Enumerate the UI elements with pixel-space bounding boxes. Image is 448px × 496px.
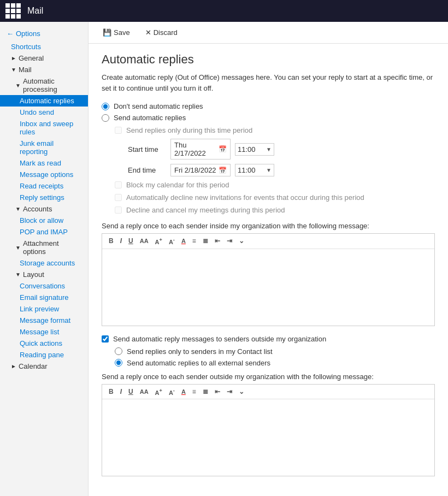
chevron-right-icon: ► — [11, 55, 16, 61]
sidebar-item-quick-actions[interactable]: Quick actions — [0, 338, 88, 349]
indent-inc-btn-outside[interactable]: ⇥ — [225, 387, 234, 397]
font-shrink-btn-inside[interactable]: A- — [167, 236, 177, 246]
sidebar-item-general[interactable]: ► General — [0, 52, 88, 64]
decline-cancel-option[interactable]: Decline and cancel my meetings during th… — [115, 206, 435, 214]
italic-btn-inside[interactable]: I — [118, 236, 124, 246]
sidebar-item-attachment-options[interactable]: ▼ Attachment options — [0, 238, 88, 257]
save-button[interactable]: 💾 Save — [99, 26, 133, 39]
sidebar-item-message-format[interactable]: Message format — [0, 315, 88, 326]
radio-no-reply[interactable]: Don't send automatic replies — [102, 102, 435, 110]
radio-all-external[interactable]: Send automatic replies to all external s… — [115, 359, 435, 367]
chevron-down-icon-4: ▼ — [15, 245, 21, 251]
chevron-down-icon-2: ▼ — [15, 82, 21, 88]
sidebar-item-junk-email[interactable]: Junk email reporting — [0, 138, 88, 157]
sidebar-item-layout[interactable]: ▼ Layout — [0, 269, 88, 280]
font-grow-btn-outside[interactable]: A+ — [153, 387, 164, 397]
app-title: Mail — [27, 6, 43, 16]
sidebar-item-read-receipts[interactable]: Read receipts — [0, 180, 88, 192]
more-btn-outside[interactable]: ⌄ — [237, 387, 246, 397]
radio-send-reply[interactable]: Send automatic replies — [102, 114, 435, 122]
send-outside-checkbox[interactable] — [102, 335, 109, 343]
decline-new-label: Automatically decline new invitations fo… — [126, 193, 364, 202]
end-time-label: End time — [128, 166, 166, 174]
sidebar-item-calendar[interactable]: ► Calendar — [0, 361, 88, 372]
radio-contact-list[interactable]: Send replies only to senders in my Conta… — [115, 347, 435, 356]
bold-btn-outside[interactable]: B — [107, 387, 116, 397]
sidebar-item-conversations[interactable]: Conversations — [0, 280, 88, 292]
sidebar-item-reading-pane[interactable]: Reading pane — [0, 349, 88, 361]
send-outside-option[interactable]: Send automatic reply messages to senders… — [102, 335, 435, 343]
outside-org-body[interactable] — [102, 399, 434, 476]
decline-new-option[interactable]: Automatically decline new invitations fo… — [115, 193, 435, 202]
font-size-btn-outside[interactable]: AA — [138, 387, 151, 396]
calendar-icon-2: 📅 — [219, 167, 227, 174]
sidebar-item-accounts[interactable]: ▼ Accounts — [0, 203, 88, 215]
sidebar-item-message-options[interactable]: Message options — [0, 169, 88, 180]
sidebar-back[interactable]: ← Options — [0, 26, 88, 41]
sidebar-item-message-list[interactable]: Message list — [0, 326, 88, 338]
sidebar-item-shortcuts[interactable]: Shortcuts — [0, 41, 88, 52]
indent-dec-btn-outside[interactable]: ⇤ — [213, 387, 222, 397]
underline-btn-inside[interactable]: U — [126, 236, 135, 246]
discard-icon: ✕ — [145, 28, 151, 37]
start-time-row: Start time Thu 2/17/2022 📅 11:00 ▼ — [126, 139, 435, 160]
main-content: 💾 Save ✕ Discard Automatic replies Creat… — [89, 22, 448, 496]
chevron-right-icon-2: ► — [11, 363, 16, 369]
font-shrink-btn-outside[interactable]: A- — [167, 387, 177, 397]
indent-dec-btn-inside[interactable]: ⇤ — [213, 236, 222, 246]
font-color-btn-inside[interactable]: A — [179, 237, 188, 245]
radio-send-reply-input[interactable] — [102, 114, 109, 122]
sidebar-item-email-signature[interactable]: Email signature — [0, 292, 88, 303]
sidebar-item-block-allow[interactable]: Block or allow — [0, 215, 88, 226]
sidebar-item-automatic-replies[interactable]: Automatic replies — [0, 95, 88, 107]
font-grow-btn-inside[interactable]: A+ — [153, 236, 164, 246]
inside-org-body[interactable] — [102, 249, 434, 326]
block-calendar-option[interactable]: Block my calendar for this period — [115, 181, 435, 189]
datetime-section: Start time Thu 2/17/2022 📅 11:00 ▼ End t… — [115, 139, 435, 176]
sidebar-item-reply-settings[interactable]: Reply settings — [0, 192, 88, 203]
end-date-input[interactable]: Fri 2/18/2022 📅 — [170, 164, 231, 176]
font-size-btn-inside[interactable]: AA — [138, 237, 151, 245]
sidebar-item-pop-imap[interactable]: POP and IMAP — [0, 226, 88, 238]
radio-all-external-input[interactable] — [115, 359, 122, 367]
send-only-during-option[interactable]: Send replies only during this time perio… — [115, 126, 435, 134]
bold-btn-inside[interactable]: B — [107, 236, 116, 246]
sidebar-item-undo-send[interactable]: Undo send — [0, 107, 88, 118]
start-time-select[interactable]: 11:00 ▼ — [235, 143, 274, 156]
page-title: Automatic replies — [102, 52, 435, 67]
end-time-select[interactable]: 11:00 ▼ — [235, 164, 274, 176]
bullet-btn-inside[interactable]: ≡ — [190, 236, 198, 246]
inside-org-label: Send a reply once to each sender inside … — [102, 222, 435, 230]
italic-btn-outside[interactable]: I — [118, 387, 124, 397]
inside-org-composer: B I U AA A+ A- A ≡ ≣ ⇤ ⇥ ⌄ — [102, 233, 435, 326]
outside-org-label: Send a reply once to each sender outside… — [102, 373, 435, 381]
calendar-icon: 📅 — [219, 145, 227, 153]
block-calendar-checkbox[interactable] — [115, 181, 122, 188]
app-grid-icon[interactable] — [5, 3, 21, 19]
font-color-btn-outside[interactable]: A — [179, 387, 188, 396]
chevron-down-icon-5: ▼ — [15, 271, 21, 277]
send-only-during-checkbox[interactable] — [115, 127, 122, 134]
start-date-input[interactable]: Thu 2/17/2022 📅 — [170, 139, 231, 160]
sidebar-item-automatic-processing[interactable]: ▼ Automatic processing — [0, 75, 88, 95]
sidebar-item-inbox-sweep[interactable]: Inbox and sweep rules — [0, 118, 88, 138]
bullet-btn-outside[interactable]: ≡ — [190, 387, 198, 397]
number-btn-outside[interactable]: ≣ — [201, 387, 210, 397]
sidebar-item-mark-as-read[interactable]: Mark as read — [0, 157, 88, 169]
sidebar-item-storage[interactable]: Storage accounts — [0, 257, 88, 269]
decline-new-checkbox[interactable] — [115, 194, 122, 201]
underline-btn-outside[interactable]: U — [126, 387, 135, 397]
sidebar-item-link-preview[interactable]: Link preview — [0, 303, 88, 315]
more-btn-inside[interactable]: ⌄ — [237, 236, 246, 246]
indent-inc-btn-inside[interactable]: ⇥ — [225, 236, 234, 246]
outside-org-section: Send automatic reply messages to senders… — [102, 335, 435, 477]
inside-org-toolbar: B I U AA A+ A- A ≡ ≣ ⇤ ⇥ ⌄ — [102, 234, 434, 249]
sidebar-item-mail[interactable]: ▼ Mail — [0, 64, 88, 75]
radio-no-reply-input[interactable] — [102, 103, 109, 110]
radio-no-reply-label: Don't send automatic replies — [114, 102, 203, 110]
discard-button[interactable]: ✕ Discard — [142, 26, 181, 39]
radio-contact-list-input[interactable] — [115, 347, 122, 355]
decline-cancel-checkbox[interactable] — [115, 206, 122, 214]
number-btn-inside[interactable]: ≣ — [201, 236, 210, 246]
save-icon: 💾 — [103, 28, 111, 37]
